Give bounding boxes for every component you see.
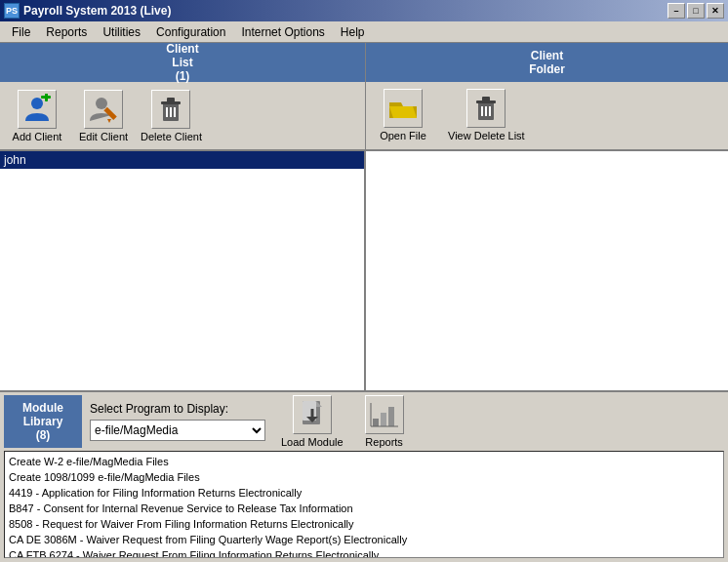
- load-module-label: Load Module: [281, 436, 344, 448]
- title-bar: PS Payroll System 2013 (Live) – □ ✕: [0, 0, 728, 21]
- module-library-header-line3: (8): [22, 428, 63, 442]
- client-list-header-line3: (1): [166, 69, 198, 83]
- view-delete-list-label: View Delete List: [448, 130, 525, 141]
- delete-client-icon: [151, 90, 190, 129]
- module-item: B847 - Consent for Internal Revenue Serv…: [9, 501, 719, 516]
- client-names-list[interactable]: john: [0, 151, 366, 390]
- reports-button[interactable]: Reports: [355, 395, 414, 448]
- edit-client-icon: [84, 90, 123, 129]
- app-icon: PS: [4, 3, 20, 19]
- menu-file[interactable]: File: [4, 23, 38, 41]
- toolbar-section: Client List (1): [0, 43, 728, 150]
- client-toolbar-buttons: Add Client Edit Client: [0, 82, 365, 149]
- client-list-area: john: [0, 150, 728, 390]
- delete-client-button[interactable]: Delete Client: [141, 90, 202, 142]
- edit-client-label: Edit Client: [79, 131, 128, 142]
- svg-point-0: [31, 98, 43, 109]
- window-title: Payroll System 2013 (Live): [23, 4, 171, 18]
- menu-utilities[interactable]: Utilities: [95, 23, 148, 41]
- minimize-button[interactable]: –: [667, 3, 685, 19]
- main-content: Client List (1): [0, 43, 728, 562]
- module-library-header: Module Library (8): [4, 395, 82, 448]
- folder-toolbar-buttons: Open File: [366, 82, 728, 149]
- client-folder-panel: Client Folder Open File: [366, 43, 728, 149]
- svg-rect-24: [381, 413, 386, 426]
- delete-client-label: Delete Client: [141, 131, 202, 142]
- client-detail-area: [366, 151, 728, 390]
- open-file-label: Open File: [380, 130, 426, 141]
- open-file-icon: [384, 89, 423, 128]
- menu-reports[interactable]: Reports: [38, 23, 95, 41]
- reports-icon: [365, 395, 404, 434]
- reports-label: Reports: [365, 436, 403, 448]
- svg-rect-14: [482, 97, 490, 101]
- client-folder-header-line1: Client: [529, 49, 565, 62]
- module-library-header-line2: Library: [22, 415, 63, 428]
- svg-marker-5: [107, 119, 111, 123]
- window-controls: – □ ✕: [667, 3, 724, 19]
- program-select[interactable]: e-file/MagMedia Payroll Reports Utilitie…: [90, 420, 265, 441]
- svg-rect-2: [45, 94, 48, 101]
- menu-configuration[interactable]: Configuration: [148, 23, 233, 41]
- client-list-header-line1: Client: [166, 42, 198, 56]
- menu-help[interactable]: Help: [333, 23, 373, 41]
- module-library-header-line1: Module: [22, 401, 63, 415]
- add-client-label: Add Client: [13, 131, 62, 142]
- svg-rect-8: [167, 98, 175, 102]
- add-client-icon: [18, 90, 57, 129]
- svg-rect-23: [373, 419, 379, 426]
- client-folder-header-line2: Folder: [529, 62, 565, 76]
- client-list-panel: Client List (1): [0, 43, 366, 149]
- module-item: 4419 - Application for Filing Informatio…: [9, 485, 719, 501]
- module-item: CA DE 3086M - Waiver Request from Filing…: [9, 532, 719, 547]
- bottom-section: Module Library (8) Select Program to Dis…: [0, 390, 728, 562]
- select-program-group: Select Program to Display: e-file/MagMed…: [90, 402, 265, 441]
- module-item: Create W-2 e-file/MagMedia Files: [9, 454, 719, 469]
- module-list-area: Create W-2 e-file/MagMedia Files Create …: [4, 451, 724, 558]
- load-module-button[interactable]: Load Module: [281, 395, 344, 448]
- module-item: 8508 - Request for Waiver From Filing In…: [9, 516, 719, 532]
- client-list-item[interactable]: john: [0, 151, 364, 169]
- view-delete-list-icon: [466, 89, 506, 128]
- svg-point-3: [96, 98, 107, 109]
- svg-rect-25: [388, 407, 394, 426]
- edit-client-button[interactable]: Edit Client: [74, 90, 133, 142]
- maximize-button[interactable]: □: [687, 3, 705, 19]
- client-list-header-line2: List: [166, 56, 198, 69]
- module-item: Create 1098/1099 e-file/MagMedia Files: [9, 469, 719, 485]
- select-program-label: Select Program to Display:: [90, 402, 265, 416]
- add-client-button[interactable]: Add Client: [8, 90, 66, 142]
- module-toolbar: Module Library (8) Select Program to Dis…: [0, 392, 728, 451]
- title-bar-left: PS Payroll System 2013 (Live): [4, 3, 171, 19]
- client-folder-header: Client Folder: [366, 43, 728, 82]
- client-list-header: Client List (1): [0, 43, 365, 82]
- menu-bar: File Reports Utilities Configuration Int…: [0, 21, 728, 43]
- menu-internet-options[interactable]: Internet Options: [233, 23, 332, 41]
- load-module-icon: [293, 395, 332, 434]
- open-file-button[interactable]: Open File: [374, 89, 432, 141]
- module-item: CA FTB 6274 - Waiver Request From Filing…: [9, 547, 719, 558]
- view-delete-list-button[interactable]: View Delete List: [448, 89, 525, 141]
- close-button[interactable]: ✕: [707, 3, 724, 19]
